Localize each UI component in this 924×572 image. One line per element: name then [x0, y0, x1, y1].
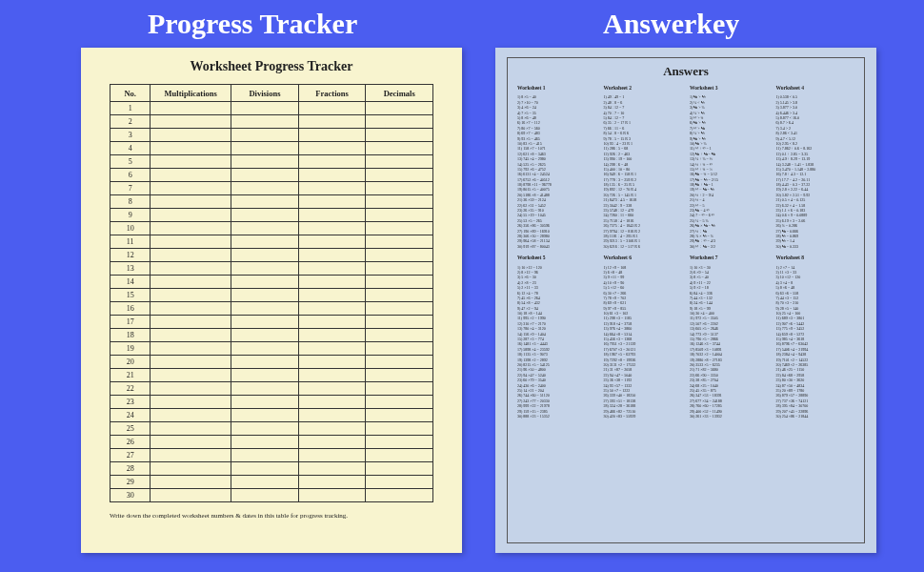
row-number: 29	[110, 476, 151, 489]
empty-cell	[151, 129, 231, 142]
empty-cell	[151, 476, 231, 489]
empty-cell	[231, 342, 299, 356]
table-row: 15	[110, 289, 433, 302]
empty-cell	[231, 449, 299, 462]
empty-cell	[298, 209, 366, 222]
empty-cell	[151, 489, 231, 502]
empty-cell	[151, 289, 231, 302]
empty-cell	[231, 382, 299, 396]
heading-progress: Progress Tracker	[148, 8, 357, 40]
table-row: 13	[110, 262, 433, 276]
empty-cell	[231, 276, 299, 289]
table-row: 29	[110, 476, 433, 489]
tracker-col-3: Fractions	[298, 85, 366, 102]
table-row: 1	[110, 102, 433, 115]
empty-cell	[298, 462, 366, 476]
empty-cell	[151, 182, 231, 195]
empty-cell	[366, 102, 433, 115]
empty-cell	[231, 115, 299, 129]
empty-cell	[151, 329, 231, 342]
empty-cell	[298, 142, 366, 155]
empty-cell	[231, 129, 299, 142]
empty-cell	[298, 169, 366, 182]
empty-cell	[298, 222, 366, 235]
row-number: 24	[110, 409, 151, 422]
row-number: 26	[110, 436, 151, 449]
row-number: 7	[110, 182, 151, 195]
empty-cell	[151, 155, 231, 169]
table-row: 21	[110, 369, 433, 382]
table-row: 7	[110, 182, 433, 195]
empty-cell	[366, 329, 433, 342]
table-row: 2	[110, 115, 433, 129]
empty-cell	[298, 476, 366, 489]
table-row: 10	[110, 222, 433, 235]
empty-cell	[366, 476, 433, 489]
tracker-col-2: Divisions	[231, 85, 299, 102]
empty-cell	[231, 102, 299, 115]
empty-cell	[231, 235, 299, 249]
empty-cell	[366, 115, 433, 129]
empty-cell	[366, 342, 433, 356]
table-row: 16	[110, 302, 433, 316]
table-row: 23	[110, 396, 433, 409]
empty-cell	[151, 382, 231, 396]
empty-cell	[231, 222, 299, 235]
row-number: 21	[110, 369, 151, 382]
empty-cell	[366, 142, 433, 155]
empty-cell	[298, 302, 366, 316]
empty-cell	[231, 436, 299, 449]
table-row: 12	[110, 249, 433, 262]
worksheet-block-3: Worksheet 31) ⅓ > ⅕2) ⅛ < ⅕3) ⅓ > ⅛4) ⅛ …	[690, 85, 769, 249]
worksheet-heading: Worksheet 5	[517, 255, 596, 261]
empty-cell	[366, 409, 433, 422]
empty-cell	[366, 436, 433, 449]
empty-cell	[298, 195, 366, 209]
tracker-col-4: Decimals	[366, 85, 433, 102]
answers-frame: Answers Worksheet 11) 8 ×5 = 402) 7 ×10 …	[507, 57, 865, 543]
answer-line: 30) ½ ÷ ⅓ = 3/2	[690, 244, 769, 249]
empty-cell	[231, 182, 299, 195]
table-row: 9	[110, 209, 433, 222]
empty-cell	[151, 462, 231, 476]
tracker-title: Worksheet Progress Tracker	[110, 59, 433, 74]
empty-cell	[231, 409, 299, 422]
empty-cell	[231, 476, 299, 489]
row-number: 6	[110, 169, 151, 182]
worksheet-heading: Worksheet 3	[690, 85, 769, 92]
empty-cell	[151, 302, 231, 316]
empty-cell	[366, 155, 433, 169]
empty-cell	[298, 262, 366, 276]
heading-answerkey: Answerkey	[603, 8, 739, 40]
answers-page: Answers Worksheet 11) 8 ×5 = 402) 7 ×10 …	[495, 48, 876, 553]
empty-cell	[231, 289, 299, 302]
answer-line: 30) 420 ×83 = 55929	[604, 414, 683, 419]
empty-cell	[151, 195, 231, 209]
row-number: 17	[110, 316, 151, 329]
empty-cell	[366, 302, 433, 316]
worksheet-block-4: Worksheet 41) 0.538 < 0.52) 5.145 > 3.83…	[776, 85, 855, 249]
answer-line: 30) ⅓ = 0.333	[776, 244, 855, 249]
empty-cell	[366, 422, 433, 436]
row-number: 15	[110, 289, 151, 302]
empty-cell	[366, 129, 433, 142]
row-number: 9	[110, 209, 151, 222]
row-number: 1	[110, 102, 151, 115]
empty-cell	[151, 102, 231, 115]
row-number: 10	[110, 222, 151, 235]
table-row: 14	[110, 276, 433, 289]
empty-cell	[298, 342, 366, 356]
empty-cell	[231, 249, 299, 262]
empty-cell	[151, 276, 231, 289]
row-number: 5	[110, 155, 151, 169]
empty-cell	[298, 235, 366, 249]
empty-cell	[231, 422, 299, 436]
row-number: 8	[110, 195, 151, 209]
empty-cell	[366, 382, 433, 396]
table-row: 6	[110, 169, 433, 182]
empty-cell	[366, 169, 433, 182]
answer-line: 30) 261 ×33 = 13932	[690, 414, 769, 419]
table-row: 28	[110, 462, 433, 476]
empty-cell	[298, 129, 366, 142]
empty-cell	[298, 289, 366, 302]
